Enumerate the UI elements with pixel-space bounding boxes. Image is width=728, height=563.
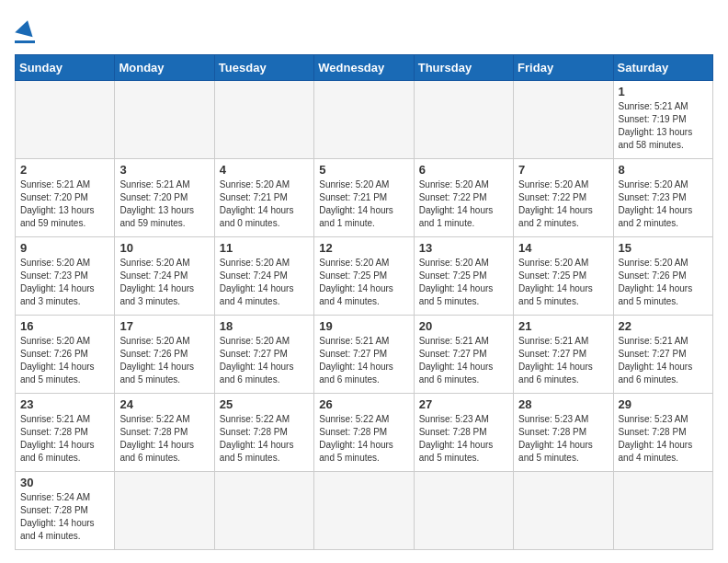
day-info: Sunrise: 5:24 AM Sunset: 7:28 PM Dayligh… xyxy=(20,491,109,543)
day-number: 28 xyxy=(518,397,608,411)
day-info: Sunrise: 5:20 AM Sunset: 7:21 PM Dayligh… xyxy=(220,178,309,230)
calendar-week-row-0: 1Sunrise: 5:21 AM Sunset: 7:19 PM Daylig… xyxy=(16,81,713,159)
day-number: 6 xyxy=(419,163,508,177)
calendar-day-cell xyxy=(514,472,613,550)
day-info: Sunrise: 5:21 AM Sunset: 7:20 PM Dayligh… xyxy=(20,178,109,230)
calendar-day-cell: 22Sunrise: 5:21 AM Sunset: 7:27 PM Dayli… xyxy=(613,316,712,394)
calendar-day-cell xyxy=(16,81,115,159)
calendar-day-cell: 5Sunrise: 5:20 AM Sunset: 7:21 PM Daylig… xyxy=(314,159,414,237)
calendar-day-cell: 9Sunrise: 5:20 AM Sunset: 7:23 PM Daylig… xyxy=(16,237,115,316)
day-info: Sunrise: 5:23 AM Sunset: 7:28 PM Dayligh… xyxy=(518,413,608,465)
weekday-header-tuesday: Tuesday xyxy=(214,55,313,81)
day-info: Sunrise: 5:21 AM Sunset: 7:27 PM Dayligh… xyxy=(319,335,408,386)
calendar-day-cell: 11Sunrise: 5:20 AM Sunset: 7:24 PM Dayli… xyxy=(214,237,313,316)
day-number: 1 xyxy=(619,85,708,98)
day-number: 29 xyxy=(619,397,708,411)
day-info: Sunrise: 5:20 AM Sunset: 7:24 PM Dayligh… xyxy=(119,257,209,308)
day-number: 21 xyxy=(518,319,608,333)
calendar-day-cell: 24Sunrise: 5:22 AM Sunset: 7:28 PM Dayli… xyxy=(115,394,214,472)
day-number: 30 xyxy=(20,476,109,489)
day-number: 14 xyxy=(518,241,608,255)
day-info: Sunrise: 5:20 AM Sunset: 7:26 PM Dayligh… xyxy=(20,335,109,386)
day-info: Sunrise: 5:22 AM Sunset: 7:28 PM Dayligh… xyxy=(220,413,309,465)
day-info: Sunrise: 5:20 AM Sunset: 7:21 PM Dayligh… xyxy=(319,178,408,230)
calendar-week-row-1: 2Sunrise: 5:21 AM Sunset: 7:20 PM Daylig… xyxy=(16,159,713,237)
day-number: 2 xyxy=(20,163,109,177)
day-number: 15 xyxy=(619,241,708,255)
calendar-day-cell xyxy=(314,472,414,550)
weekday-header-row: SundayMondayTuesdayWednesdayThursdayFrid… xyxy=(16,55,713,81)
calendar-day-cell xyxy=(115,81,214,159)
day-info: Sunrise: 5:23 AM Sunset: 7:28 PM Dayligh… xyxy=(419,413,508,465)
logo-triangle-icon xyxy=(15,18,36,38)
day-info: Sunrise: 5:20 AM Sunset: 7:24 PM Dayligh… xyxy=(220,257,309,308)
page-header xyxy=(15,15,713,43)
day-info: Sunrise: 5:20 AM Sunset: 7:25 PM Dayligh… xyxy=(518,257,608,308)
calendar-day-cell: 20Sunrise: 5:21 AM Sunset: 7:27 PM Dayli… xyxy=(414,316,513,394)
calendar-day-cell xyxy=(214,81,313,159)
calendar-day-cell xyxy=(214,472,313,550)
logo-blue-text xyxy=(15,15,35,39)
day-number: 11 xyxy=(220,241,309,255)
calendar-day-cell xyxy=(514,81,613,159)
weekday-header-friday: Friday xyxy=(514,55,613,81)
calendar-day-cell xyxy=(115,472,214,550)
day-info: Sunrise: 5:20 AM Sunset: 7:23 PM Dayligh… xyxy=(20,257,109,308)
calendar-day-cell xyxy=(414,81,513,159)
calendar-day-cell: 12Sunrise: 5:20 AM Sunset: 7:25 PM Dayli… xyxy=(314,237,414,316)
calendar-table: SundayMondayTuesdayWednesdayThursdayFrid… xyxy=(15,54,713,550)
calendar-day-cell: 30Sunrise: 5:24 AM Sunset: 7:28 PM Dayli… xyxy=(16,472,115,550)
day-info: Sunrise: 5:20 AM Sunset: 7:23 PM Dayligh… xyxy=(619,178,708,230)
day-info: Sunrise: 5:21 AM Sunset: 7:27 PM Dayligh… xyxy=(619,335,708,386)
day-number: 10 xyxy=(119,241,209,255)
calendar-day-cell: 26Sunrise: 5:22 AM Sunset: 7:28 PM Dayli… xyxy=(314,394,414,472)
calendar-day-cell: 2Sunrise: 5:21 AM Sunset: 7:20 PM Daylig… xyxy=(16,159,115,237)
day-number: 17 xyxy=(119,319,209,333)
calendar-week-row-4: 23Sunrise: 5:21 AM Sunset: 7:28 PM Dayli… xyxy=(16,394,713,472)
weekday-header-thursday: Thursday xyxy=(414,55,513,81)
calendar-day-cell: 13Sunrise: 5:20 AM Sunset: 7:25 PM Dayli… xyxy=(414,237,513,316)
day-info: Sunrise: 5:20 AM Sunset: 7:26 PM Dayligh… xyxy=(119,335,209,386)
day-info: Sunrise: 5:20 AM Sunset: 7:22 PM Dayligh… xyxy=(518,178,608,230)
day-number: 12 xyxy=(319,241,408,255)
weekday-header-saturday: Saturday xyxy=(613,55,712,81)
day-number: 19 xyxy=(319,319,408,333)
calendar-day-cell: 14Sunrise: 5:20 AM Sunset: 7:25 PM Dayli… xyxy=(514,237,613,316)
calendar-day-cell: 28Sunrise: 5:23 AM Sunset: 7:28 PM Dayli… xyxy=(514,394,613,472)
calendar-day-cell: 21Sunrise: 5:21 AM Sunset: 7:27 PM Dayli… xyxy=(514,316,613,394)
weekday-header-monday: Monday xyxy=(115,55,214,81)
day-number: 4 xyxy=(220,163,309,177)
day-info: Sunrise: 5:20 AM Sunset: 7:27 PM Dayligh… xyxy=(220,335,309,386)
day-info: Sunrise: 5:20 AM Sunset: 7:25 PM Dayligh… xyxy=(419,257,508,308)
day-info: Sunrise: 5:21 AM Sunset: 7:20 PM Dayligh… xyxy=(119,178,209,230)
calendar-day-cell: 19Sunrise: 5:21 AM Sunset: 7:27 PM Dayli… xyxy=(314,316,414,394)
calendar-day-cell: 6Sunrise: 5:20 AM Sunset: 7:22 PM Daylig… xyxy=(414,159,513,237)
day-number: 16 xyxy=(20,319,109,333)
day-number: 20 xyxy=(419,319,508,333)
day-number: 25 xyxy=(220,397,309,411)
calendar-day-cell: 10Sunrise: 5:20 AM Sunset: 7:24 PM Dayli… xyxy=(115,237,214,316)
day-number: 13 xyxy=(419,241,508,255)
weekday-header-wednesday: Wednesday xyxy=(314,55,414,81)
day-number: 24 xyxy=(119,397,209,411)
day-info: Sunrise: 5:20 AM Sunset: 7:26 PM Dayligh… xyxy=(619,257,708,308)
day-number: 27 xyxy=(419,397,508,411)
calendar-day-cell: 23Sunrise: 5:21 AM Sunset: 7:28 PM Dayli… xyxy=(16,394,115,472)
weekday-header-sunday: Sunday xyxy=(16,55,115,81)
calendar-day-cell: 7Sunrise: 5:20 AM Sunset: 7:22 PM Daylig… xyxy=(514,159,613,237)
day-number: 22 xyxy=(619,319,708,333)
day-info: Sunrise: 5:23 AM Sunset: 7:28 PM Dayligh… xyxy=(619,413,708,465)
calendar-week-row-2: 9Sunrise: 5:20 AM Sunset: 7:23 PM Daylig… xyxy=(16,237,713,316)
day-info: Sunrise: 5:22 AM Sunset: 7:28 PM Dayligh… xyxy=(319,413,408,465)
day-number: 18 xyxy=(220,319,309,333)
calendar-day-cell: 4Sunrise: 5:20 AM Sunset: 7:21 PM Daylig… xyxy=(214,159,313,237)
calendar-day-cell: 1Sunrise: 5:21 AM Sunset: 7:19 PM Daylig… xyxy=(613,81,712,159)
day-number: 3 xyxy=(119,163,209,177)
day-info: Sunrise: 5:22 AM Sunset: 7:28 PM Dayligh… xyxy=(119,413,209,465)
day-info: Sunrise: 5:21 AM Sunset: 7:28 PM Dayligh… xyxy=(20,413,109,465)
day-number: 7 xyxy=(518,163,608,177)
day-info: Sunrise: 5:21 AM Sunset: 7:27 PM Dayligh… xyxy=(518,335,608,386)
day-number: 23 xyxy=(20,397,109,411)
calendar-day-cell: 16Sunrise: 5:20 AM Sunset: 7:26 PM Dayli… xyxy=(16,316,115,394)
day-number: 8 xyxy=(619,163,708,177)
